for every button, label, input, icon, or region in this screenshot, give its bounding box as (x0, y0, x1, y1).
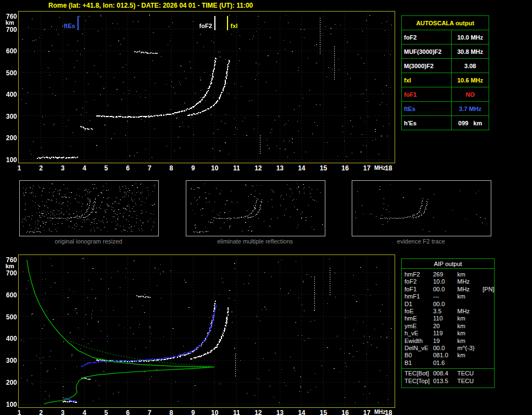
autoscala-param-value: 10.0 MHz (452, 30, 489, 45)
bottom-plot-x-tick-label: 6 (123, 409, 133, 415)
aip-row: ymE20km (404, 323, 494, 330)
top-plot-x-tick-label: 8 (167, 164, 176, 172)
autoscala-table-title: AUTOSCALA output (402, 16, 489, 30)
aip-row: Ewidth19km (404, 337, 494, 345)
aip-param-unit: MHz (457, 308, 483, 315)
aip-param-value: 269 (433, 271, 457, 278)
aip-row: hmF1---km (404, 293, 494, 300)
top-ionogram-canvas (19, 12, 395, 163)
aip-param-unit: km (457, 337, 483, 345)
thumbnail-caption-f2: evidence F2 trace (351, 238, 491, 245)
aip-row: foF210.0MHz (404, 278, 494, 285)
marker-label-foF2: foF2 (199, 23, 212, 29)
aip-param-value: 119 (433, 330, 457, 337)
thumbnail-filtered-ionogram (186, 180, 325, 236)
aip-param-value: 013.5 (433, 378, 457, 385)
autoscala-param-label: M(3000)F2 (402, 59, 452, 73)
top-plot-y-tick-label: 600 (2, 47, 17, 55)
aip-row: TEC[Bot]008.4TECU (404, 370, 494, 377)
bottom-plot-y-tick-label: 200 (2, 379, 17, 386)
bottom-plot-y-tick-label: 100 (2, 401, 17, 408)
thumbnail-caption-filtered: eliminate multiple reflections (185, 238, 325, 245)
aip-param-note (483, 293, 494, 300)
aip-param-label: B1 (404, 359, 433, 367)
aip-parameter-list: hmF2269kmfoF210.0MHzfoF100.0MHz[PN]hmF1-… (402, 269, 494, 367)
aip-param-unit: km (457, 330, 483, 337)
aip-param-label: hmF1 (404, 293, 433, 300)
aip-row: h_vE119km (404, 330, 494, 337)
aip-param-unit: MHz (457, 278, 483, 285)
aip-param-unit: km (457, 352, 483, 359)
aip-param-label: foE (404, 308, 433, 315)
aip-param-unit: km (457, 315, 483, 322)
top-plot-y-tick-label: 200 (2, 134, 17, 142)
thumbnail-filtered-canvas (186, 181, 325, 236)
top-plot-x-tick-label: 14 (297, 164, 307, 172)
autoscala-param-label: ftEs (402, 102, 452, 116)
aip-param-value: 3.5 (433, 308, 457, 315)
marker-label-fxI: fxI (230, 23, 237, 29)
marker-label-ftEs: ftEs (64, 23, 75, 29)
autoscala-app-window: { "header": { "title": "Rome (lat: +41.8… (0, 0, 532, 415)
autoscala-param-value: 3.08 (452, 59, 489, 73)
thumbnail-f2-trace (352, 180, 491, 236)
autoscala-param-label: fxI (402, 73, 452, 87)
bottom-plot-x-tick-label: 8 (167, 409, 176, 415)
aip-param-label: DelN_vE (404, 345, 433, 352)
autoscala-param-label: foF2 (402, 30, 452, 45)
top-plot-x-tick-label: 16 (340, 164, 350, 172)
aip-param-value: 19 (433, 337, 457, 345)
thumbnail-caption-original: original ionogram resized (19, 238, 158, 245)
bottom-plot-x-tick-label: 9 (188, 409, 198, 415)
aip-param-note (483, 271, 494, 278)
aip-param-note (483, 301, 494, 308)
aip-param-note (483, 323, 494, 330)
aip-param-note (483, 359, 494, 367)
aip-param-unit: TECU (457, 378, 483, 385)
aip-param-note (483, 345, 494, 352)
aip-panel-title: AIP output (402, 259, 494, 269)
top-plot-x-tick-label: 3 (58, 164, 68, 172)
aip-row: B101.6 (404, 359, 494, 367)
aip-param-label: Ewidth (404, 337, 433, 345)
top-ionogram-plot: ftEsfoF2fxI (18, 11, 395, 163)
aip-param-note (483, 315, 494, 322)
aip-param-note (483, 278, 494, 285)
autoscala-row: h'Es099 km (402, 116, 489, 130)
top-plot-x-tick-label: 18 (384, 164, 394, 172)
top-plot-y-tick-label: 100 (2, 156, 17, 164)
autoscala-param-value: 3.7 MHz (452, 102, 489, 116)
top-plot-x-tick-label: 1 (14, 164, 24, 172)
aip-row: hmE110km (404, 315, 494, 322)
top-plot-x-tick-label: 5 (101, 164, 111, 172)
aip-param-unit (457, 301, 483, 308)
top-plot-x-tick-label: 11 (231, 164, 241, 172)
autoscala-param-label: h'Es (402, 116, 452, 130)
aip-param-label: hmE (404, 315, 433, 322)
aip-param-label: foF2 (404, 278, 433, 285)
bottom-plot-y-tick-label: 760 (2, 256, 17, 264)
bottom-plot-y-tick-label: 700 (2, 269, 17, 277)
bottom-plot-y-tick-label: 500 (2, 313, 17, 321)
aip-row: DelN_vE00.0m^(-3) (404, 345, 494, 352)
bottom-plot-x-tick-label: 1 (14, 409, 24, 415)
aip-param-note (483, 308, 494, 315)
aip-param-label: TEC[Top] (404, 378, 433, 385)
top-plot-x-tick-label: 4 (80, 164, 90, 172)
top-plot-y-tick-label: 700 (2, 26, 17, 34)
autoscala-row: fxI10.6 MHz (402, 73, 489, 87)
autoscala-param-value: 10.6 MHz (452, 73, 489, 87)
aip-row: B0081.0km (404, 352, 494, 359)
autoscala-param-value: 099 km (452, 116, 489, 130)
autoscala-row: MUF(3000)F230.8 MHz (402, 45, 489, 59)
top-plot-x-tick-label: 7 (145, 164, 154, 172)
aip-param-unit: MHz (457, 286, 483, 293)
bottom-plot-x-tick-label: 14 (297, 409, 307, 415)
aip-param-unit: m^(-3) (457, 345, 483, 352)
aip-row: hmF2269km (404, 271, 494, 278)
marker-line-ftEs (77, 16, 79, 30)
aip-param-value: 00.0 (433, 345, 457, 352)
top-plot-x-tick-label: 12 (253, 164, 263, 172)
aip-output-panel: AIP output hmF2269kmfoF210.0MHzfoF100.0M… (401, 258, 495, 388)
autoscala-param-value: 30.8 MHz (452, 45, 489, 59)
